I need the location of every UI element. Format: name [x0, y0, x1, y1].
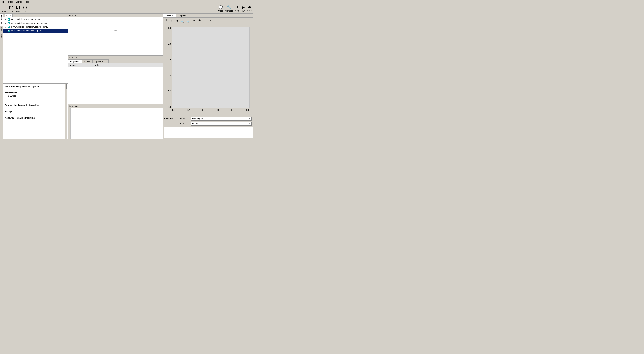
sweeps-row: Sweeps: Axes: Rectangular ▼	[164, 117, 252, 121]
tree-label-2: sknrf.model.sequencer.sweep.frequency	[11, 26, 48, 28]
compile-button[interactable]: 🔧 Compile	[226, 5, 233, 12]
chart-y-labels: 1.0 0.8 0.6 0.4 0.2 0.0	[166, 27, 172, 108]
format-select[interactable]: Lin_Mag ▼	[191, 122, 252, 126]
help-icon[interactable]: ?	[22, 5, 28, 10]
right-panel: Sweeps Signals ⬇ ◎ ◉ ＋🔍 －🔍 ⊟ 👁 ↑ ✕ 1.0 0…	[163, 14, 253, 139]
sequence-gutter	[68, 108, 70, 139]
save-button-group: Save	[15, 5, 21, 13]
stop-label: Stop	[247, 10, 252, 12]
code-icon: 💬	[218, 5, 223, 10]
doc-scrollbar[interactable]	[65, 84, 67, 139]
x-label-5: 1.0	[246, 109, 249, 111]
tree-label-1: sknrf.model.sequencer.sweep.complex	[11, 22, 47, 24]
tree-arrow-1: ▶	[5, 22, 7, 24]
code-label: Code	[218, 10, 223, 12]
menu-build[interactable]: Build	[7, 0, 14, 4]
compile-label: Compile	[226, 10, 233, 12]
save-icon[interactable]	[15, 5, 21, 10]
tab-limits[interactable]: Limits	[82, 60, 92, 63]
chart-x-labels: 0.0 0.2 0.4 0.6 0.8 1.0	[172, 108, 250, 112]
doc-example-code: measure1 = measure.Measure()	[5, 117, 35, 119]
axes-label: Axes:	[180, 118, 190, 120]
sub-tabs: Properties Limits Optimization	[68, 60, 163, 64]
load-icon[interactable]	[8, 5, 14, 10]
tab-sweeps[interactable]: Sweeps	[163, 14, 176, 17]
pin-btn[interactable]: ↑	[203, 18, 207, 23]
side-tab-main[interactable]: Main	[0, 26, 3, 33]
code-button[interactable]: 💬 Code	[218, 5, 223, 12]
tree-icon-1: M	[8, 22, 10, 24]
right-tabs: Sweeps Signals	[163, 14, 253, 18]
new-button-group: New	[2, 5, 7, 13]
variables-header: Variables:	[68, 56, 163, 60]
tree-label-3: sknrf.model.sequencer.sweep.real	[11, 30, 42, 32]
zoom-fit-alt-btn[interactable]: ◉	[175, 18, 180, 23]
help-label: Help	[23, 11, 27, 13]
run-button[interactable]: ▶ Run	[241, 5, 245, 12]
tab-optimization[interactable]: Optimization	[92, 60, 108, 63]
menu-file[interactable]: File	[1, 0, 7, 4]
menu-debug[interactable]: Debug	[14, 0, 23, 4]
load-button-group: Load	[8, 5, 14, 13]
chart-toolbar: ⬇ ◎ ◉ ＋🔍 －🔍 ⊟ 👁 ↑ ✕	[163, 18, 253, 23]
new-icon[interactable]	[2, 5, 7, 10]
axes-select[interactable]: Rectangular ▼	[191, 117, 252, 121]
close-btn[interactable]: ✕	[209, 18, 213, 23]
doc-scroll-thumb[interactable]	[66, 84, 67, 89]
sweeps-input-area[interactable]	[164, 127, 253, 138]
format-dropdown-arrow: ▼	[249, 123, 251, 125]
compile-icon: 🔧	[227, 5, 231, 10]
tree-item-2[interactable]: ▶ M sknrf.model.sequencer.sweep.frequenc…	[4, 25, 68, 29]
zoom-in-btn[interactable]: ＋🔍	[181, 18, 185, 23]
tree-item-1[interactable]: ▶ M sknrf.model.sequencer.sweep.complex	[4, 21, 68, 25]
sweeps-controls: Sweeps: Axes: Rectangular ▼ Format: Lin_…	[163, 115, 253, 139]
run-icon: ▶	[242, 5, 245, 10]
doc-panel: sknrf.model.sequencer.sweep.real =======…	[4, 84, 68, 139]
sweeps-label: Sweeps:	[164, 118, 178, 120]
variables-label: Variables:	[69, 56, 78, 59]
tree-view: ▶ M sknrf.model.sequencer.measure ▶ M sk…	[4, 17, 68, 84]
cloud-icon: ☁	[113, 28, 117, 32]
zoom-out-btn[interactable]: －🔍	[186, 18, 191, 23]
sequence-body[interactable]	[70, 108, 163, 139]
step-button[interactable]: ⏸ Step	[235, 5, 240, 12]
variables-section: Variables: Properties Limits Optimizatio…	[68, 56, 163, 104]
tree-arrow-0: ▶	[5, 19, 7, 20]
stop-button[interactable]: ⏺ Stop	[247, 5, 252, 12]
chart-area: 1.0 0.8 0.6 0.4 0.2 0.0 0.0 0.2 0.4 0.6 …	[163, 23, 253, 115]
side-tab-log[interactable]: Log	[0, 33, 3, 39]
svg-rect-0	[3, 6, 5, 9]
tree-item-3[interactable]: ▶ M sknrf.model.sequencer.sweep.real	[4, 29, 68, 33]
toolbar-right: 💬 Code 🔧 Compile ⏸ Step ▶ Run ⏺ Stop	[218, 5, 252, 12]
side-tab-sequencer[interactable]: Sequencer	[0, 14, 3, 26]
svg-rect-2	[17, 6, 19, 7]
help-button-group: ? Help	[22, 5, 28, 13]
prop-col-value: Value	[94, 64, 101, 67]
doc-sep1: ==========	[5, 92, 17, 94]
zoom-fit-btn[interactable]: ◎	[170, 18, 174, 23]
download-btn[interactable]: ⬇	[164, 18, 168, 23]
svg-text:?: ?	[24, 7, 26, 9]
stop-icon: ⏺	[248, 5, 251, 9]
x-label-1: 0.2	[187, 109, 190, 111]
format-label: Format:	[180, 122, 190, 125]
core-tab[interactable]: Core	[4, 14, 12, 17]
pan-btn[interactable]: ⊟	[192, 18, 196, 23]
svg-rect-3	[18, 8, 19, 9]
tree-item-0[interactable]: ▶ M sknrf.model.sequencer.measure	[4, 17, 68, 21]
sequence-section: Sequence:	[68, 104, 163, 139]
doc-description: Real Number Parametric Sweep Plans.	[5, 104, 41, 107]
tab-properties[interactable]: Properties	[68, 60, 82, 63]
tree-arrow-3: ▶	[5, 30, 7, 32]
menu-help[interactable]: Help	[23, 0, 30, 4]
chart-plot	[172, 27, 250, 108]
tree-icon-3: M	[8, 30, 10, 32]
eye-btn[interactable]: 👁	[198, 18, 202, 23]
doc-section1: Real Sweep	[5, 95, 16, 97]
x-label-2: 0.4	[202, 109, 205, 111]
prop-col-property: Property	[68, 64, 94, 67]
core-header: Core	[4, 14, 68, 17]
y-label-1: 0.8	[168, 43, 171, 45]
tab-signals[interactable]: Signals	[176, 14, 189, 17]
tree-icon-0: M	[8, 18, 10, 21]
